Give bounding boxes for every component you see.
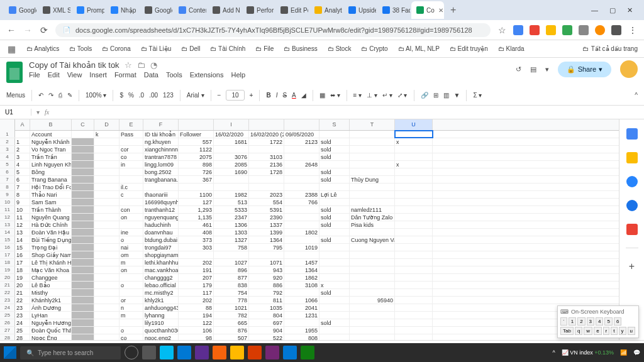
osk-key[interactable]: y — [619, 327, 626, 335]
cell[interactable]: 804 — [249, 312, 284, 319]
font-size-input[interactable]: 10 — [226, 90, 244, 101]
osk-key[interactable]: 2 — [577, 317, 585, 326]
cell[interactable] — [72, 251, 94, 258]
cell[interactable]: 2123 — [284, 138, 319, 145]
cell[interactable]: 98 — [179, 334, 214, 340]
history-icon[interactable]: ↺ — [516, 65, 521, 74]
cell[interactable]: 778 — [214, 297, 249, 304]
cell[interactable]: ID tài khoản — [143, 131, 179, 138]
bookmark-item[interactable]: 🗀 Corona — [102, 45, 131, 52]
decimal-inc-icon[interactable]: .00 — [149, 92, 158, 99]
cell[interactable]: Account — [30, 131, 72, 138]
cell[interactable] — [350, 251, 395, 258]
cell[interactable]: Đoàn Quốc Thái — [30, 327, 72, 334]
cell[interactable] — [94, 312, 119, 319]
cell[interactable]: sold — [319, 319, 350, 326]
column-header[interactable]: B — [30, 119, 72, 130]
cell[interactable]: ine — [119, 229, 143, 236]
cell[interactable]: ngoc.eng2 — [143, 334, 179, 340]
cell[interactable] — [395, 229, 433, 236]
start-button[interactable] — [4, 346, 16, 359]
zoom-select[interactable]: 100% ▾ — [86, 92, 106, 99]
row-header[interactable]: 18 — [0, 259, 15, 266]
cell[interactable] — [94, 304, 119, 311]
doc-title[interactable]: Copy of Tài khoản tik tok — [29, 60, 119, 70]
cell[interactable] — [319, 184, 350, 190]
all-bookmarks[interactable]: 🗀 Tất cả dấu trang — [582, 45, 638, 52]
cell[interactable]: 665 — [214, 319, 249, 326]
cell[interactable]: Hội Trao Đổi Fol — [30, 184, 72, 190]
cell[interactable]: lingg.lom09 — [143, 161, 179, 168]
cell[interactable] — [350, 131, 395, 138]
cell[interactable]: 1071 — [249, 259, 284, 266]
cell[interactable]: 7 — [15, 184, 30, 190]
osk-key[interactable]: 3 — [587, 317, 594, 326]
row-header[interactable]: 23 — [0, 297, 15, 304]
ext-icon[interactable] — [595, 25, 605, 35]
cell[interactable] — [179, 184, 214, 190]
column-header[interactable]: A — [15, 119, 30, 130]
cell[interactable] — [72, 214, 94, 221]
cell[interactable] — [395, 221, 433, 228]
cell[interactable]: or — [119, 297, 143, 304]
name-box[interactable]: U1 — [5, 109, 31, 116]
cell[interactable]: Sam Sam — [30, 199, 72, 206]
cell[interactable] — [284, 168, 319, 175]
cell[interactable] — [350, 199, 395, 206]
cell[interactable]: Cuong Nguyen Van — [350, 236, 395, 243]
browser-tab[interactable]: XML Si — [38, 1, 70, 19]
cell[interactable]: 179 — [179, 282, 214, 288]
row-header[interactable]: 15 — [0, 236, 15, 243]
menu-item[interactable]: File — [29, 71, 40, 79]
cell[interactable] — [395, 282, 433, 288]
cell[interactable]: btdung.dubai — [143, 236, 179, 243]
cell[interactable] — [94, 176, 119, 183]
cell[interactable]: 1399 — [249, 229, 284, 236]
cell[interactable] — [395, 289, 433, 296]
row-header[interactable]: 26 — [0, 319, 15, 326]
cell[interactable]: 1,293 — [179, 206, 214, 213]
cell[interactable] — [72, 259, 94, 266]
cell[interactable]: 207 — [179, 274, 214, 281]
cell[interactable] — [119, 221, 143, 228]
cell[interactable]: 782 — [214, 312, 249, 319]
decimal-dec-icon[interactable]: .0 — [139, 92, 144, 99]
cell[interactable]: 1066 — [284, 297, 319, 304]
cell[interactable] — [350, 319, 395, 326]
onscreen-keyboard[interactable]: ⌨ On-Screen Keyboard `123456 Tabqwertyu — [557, 305, 639, 338]
cell[interactable] — [94, 214, 119, 221]
cell[interactable] — [350, 334, 395, 340]
cell[interactable]: Trần Trần — [30, 153, 72, 160]
row-header[interactable]: 12 — [0, 214, 15, 221]
cortana-icon[interactable] — [125, 346, 138, 359]
cell[interactable]: 202 — [179, 259, 214, 266]
row-header[interactable]: 25 — [0, 312, 15, 319]
cell[interactable] — [94, 221, 119, 228]
cell[interactable]: sold — [319, 176, 350, 183]
cell[interactable] — [214, 251, 249, 258]
cell[interactable]: 367 — [179, 176, 214, 183]
cell[interactable]: 16/02/2020 (2) — [249, 131, 284, 138]
cell[interactable] — [119, 199, 143, 206]
cell[interactable]: 21 — [15, 289, 30, 296]
cell[interactable]: Mạc Văn Khoa — [30, 266, 72, 273]
contacts-icon[interactable] — [626, 200, 638, 211]
cell[interactable]: x — [395, 138, 433, 145]
chrome-menu-icon[interactable]: ⋮ — [628, 25, 638, 35]
app-icon[interactable] — [195, 346, 209, 359]
browser-tab[interactable]: Conter — [174, 1, 206, 19]
cell[interactable]: 8 — [15, 191, 30, 198]
cell[interactable]: 896 — [214, 266, 249, 273]
ext-icon[interactable] — [611, 25, 621, 35]
move-icon[interactable]: 🗀 — [137, 60, 145, 70]
cell[interactable]: 1862 — [284, 274, 319, 281]
cell[interactable]: cor — [119, 146, 143, 153]
cell[interactable]: trongdai97 — [143, 244, 179, 251]
cell[interactable]: Pisa kids — [350, 221, 395, 228]
valign-icon[interactable]: ⊥ ▾ — [367, 92, 377, 99]
keep-icon[interactable] — [626, 152, 638, 163]
cell[interactable] — [94, 138, 119, 145]
strike-icon[interactable]: S — [282, 92, 287, 99]
spreadsheet-grid[interactable]: ABCDEFISTU 1AccountkPassID tài khoảnFoll… — [0, 119, 619, 340]
taskview-icon[interactable] — [142, 346, 156, 359]
